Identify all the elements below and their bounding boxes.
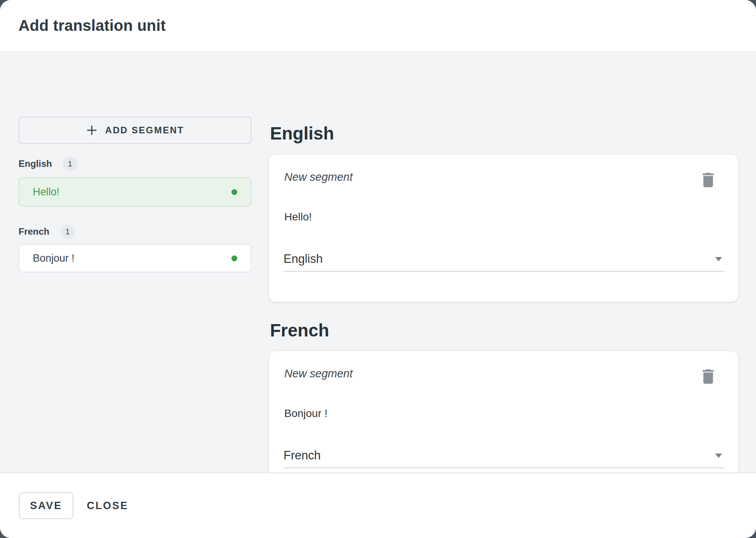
section-heading-french: French (270, 320, 329, 341)
language-name: English (19, 158, 52, 169)
trash-icon (699, 170, 718, 190)
segment-chip-text: Bonjour ! (33, 252, 74, 264)
delete-segment-button[interactable] (699, 170, 718, 190)
add-segment-label: ADD SEGMENT (105, 125, 184, 136)
language-name: French (19, 226, 49, 237)
dialog-body: ADD SEGMENT English 1 Hello! French 1 Bo… (0, 51, 756, 472)
save-button[interactable]: SAVE (19, 492, 73, 519)
segment-chip-text: Hello! (33, 186, 59, 198)
dialog-footer: SAVE CLOSE (0, 472, 756, 538)
dialog-header: Add translation unit (0, 0, 756, 51)
language-select-value: French (284, 449, 321, 462)
segment-chip-french[interactable]: Bonjour ! (19, 244, 251, 272)
segment-text-input[interactable]: Bonjour ! (284, 406, 720, 421)
segment-chip-english[interactable]: Hello! (19, 177, 251, 207)
segment-text-input[interactable]: Hello! (284, 209, 720, 224)
segment-status-dot-icon (231, 189, 237, 195)
new-segment-label: New segment (284, 171, 353, 183)
trash-icon (699, 367, 718, 386)
chevron-down-icon (715, 454, 722, 458)
close-button[interactable]: CLOSE (79, 492, 136, 519)
segment-count-badge: 1 (63, 156, 78, 171)
delete-segment-button[interactable] (699, 367, 718, 387)
language-select-value: English (284, 252, 323, 266)
section-heading-english: English (270, 123, 334, 144)
language-group-header-english: English 1 (19, 156, 78, 171)
page-title: Add translation unit (19, 0, 166, 51)
segment-count-badge: 1 (60, 224, 75, 239)
plus-icon (86, 124, 98, 136)
language-select-english[interactable]: English (284, 247, 724, 272)
add-segment-button[interactable]: ADD SEGMENT (19, 117, 251, 144)
new-segment-label: New segment (284, 367, 353, 380)
chevron-down-icon (715, 257, 722, 261)
language-group-header-french: French 1 (19, 224, 75, 239)
language-select-french[interactable]: French (284, 444, 724, 468)
segment-editor-card-english: New segment Hello! English (269, 155, 738, 302)
segment-status-dot-icon (231, 256, 237, 261)
add-translation-unit-dialog: Add translation unit ADD SEGMENT English… (0, 0, 756, 538)
